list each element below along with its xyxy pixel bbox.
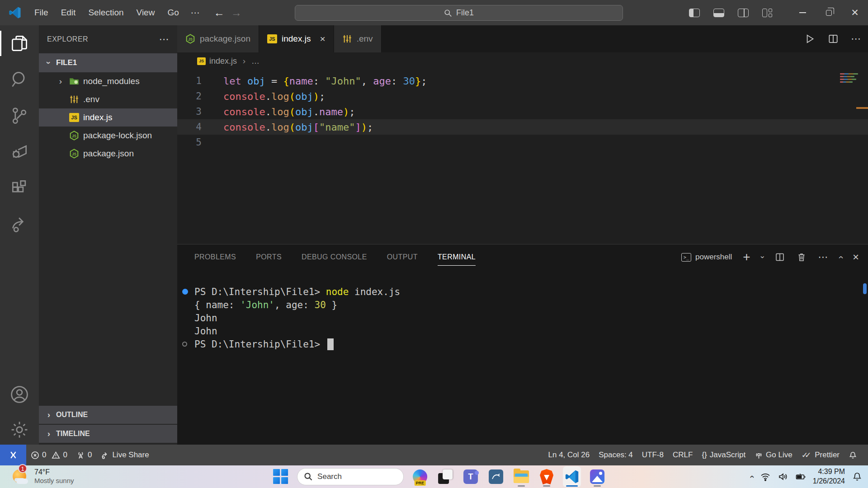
eol-status[interactable]: CRLF: [668, 450, 697, 460]
file-index.js[interactable]: JSindex.js: [39, 108, 177, 127]
terminal-line-5: PS D:\Intership\File1>: [177, 338, 868, 351]
activity-search-icon[interactable]: [0, 61, 39, 98]
nav-back-icon[interactable]: ←: [214, 6, 225, 19]
editor-pane: JSpackage.jsonJSindex.js×.env ⋯ JS index…: [177, 25, 868, 445]
code-line-5: 5: [177, 135, 868, 150]
nav-forward-icon[interactable]: →: [231, 6, 242, 19]
mysql-workbench-app[interactable]: [487, 466, 505, 487]
mysql-icon: [489, 469, 503, 484]
toggle-panel-icon[interactable]: [713, 9, 724, 17]
kill-terminal-trash-icon[interactable]: [796, 252, 807, 263]
tab-index.js[interactable]: JSindex.js×: [259, 25, 334, 52]
photos-app[interactable]: [588, 466, 606, 487]
remote-indicator[interactable]: [0, 445, 26, 465]
toggle-primary-sidebar-icon[interactable]: [689, 9, 700, 17]
maximize-panel-icon[interactable]: ›: [835, 256, 845, 259]
brave-app[interactable]: [538, 466, 556, 487]
close-panel-icon[interactable]: ×: [853, 251, 859, 263]
customize-layout-icon[interactable]: [762, 9, 772, 17]
copilot-app[interactable]: PRE: [411, 466, 429, 487]
prettier-status[interactable]: ✓✓ Prettier: [797, 450, 844, 460]
folder-root-file1[interactable]: › FILE1: [39, 53, 177, 72]
command-decoration-filled: [182, 289, 188, 295]
tray-time: 4:39 PM: [813, 467, 845, 477]
tab-package.json[interactable]: JSpackage.json: [177, 25, 259, 52]
svg-text:JS: JS: [72, 152, 77, 156]
start-button[interactable]: [272, 466, 290, 487]
indentation-status[interactable]: Spaces: 4: [594, 450, 637, 460]
menu-view[interactable]: View: [130, 5, 161, 20]
go-live-icon: [755, 451, 763, 460]
error-icon: [31, 451, 39, 460]
terminal-dropdown-icon[interactable]: ›: [758, 256, 767, 258]
activity-extensions-icon[interactable]: [0, 170, 39, 206]
panel-tab-output[interactable]: OUTPUT: [387, 244, 418, 270]
taskbar-search[interactable]: Search: [297, 468, 404, 485]
file-node_modules[interactable]: ›node_modules: [39, 72, 177, 90]
editor-more-actions-icon[interactable]: ⋯: [851, 33, 861, 45]
problems-status[interactable]: 0 0: [26, 445, 72, 465]
minimap[interactable]: [840, 73, 858, 84]
wifi-icon[interactable]: [760, 471, 771, 482]
weather-widget[interactable]: 1 74°F Mostly sunny: [12, 467, 74, 485]
menu-go[interactable]: Go: [161, 5, 185, 20]
menu-selection[interactable]: Selection: [82, 5, 130, 20]
breadcrumb[interactable]: JS index.js › …: [177, 52, 868, 70]
language-status[interactable]: {}JavaScript: [697, 450, 750, 460]
new-terminal-icon[interactable]: +: [743, 250, 750, 264]
run-file-icon[interactable]: [804, 33, 816, 45]
file-package-lock.json[interactable]: JSpackage-lock.json: [39, 127, 177, 145]
notification-bell-icon[interactable]: [852, 471, 863, 482]
menu-edit[interactable]: Edit: [55, 5, 82, 20]
toggle-secondary-sidebar-icon[interactable]: [738, 9, 749, 17]
close-tab-icon[interactable]: ×: [320, 33, 325, 44]
close-button[interactable]: ✕: [842, 0, 868, 25]
activity-run-debug-icon[interactable]: [0, 134, 39, 170]
activity-bar: [0, 25, 39, 445]
file-package.json[interactable]: JSpackage.json: [39, 145, 177, 163]
live-share-status[interactable]: Live Share: [96, 445, 153, 465]
go-live-status[interactable]: Go Live: [750, 450, 797, 460]
volume-icon[interactable]: [778, 471, 788, 482]
tab-.env[interactable]: .env: [334, 25, 382, 52]
activity-live-share-icon[interactable]: [0, 206, 39, 242]
file-.env[interactable]: .env: [39, 90, 177, 108]
code-editor[interactable]: 1let obj = {name: "John", age: 30};2cons…: [177, 70, 868, 150]
teams-app[interactable]: T: [462, 466, 480, 487]
battery-icon[interactable]: [795, 471, 806, 482]
accounts-icon[interactable]: [0, 379, 39, 415]
section-outline[interactable]: › OUTLINE: [39, 406, 177, 424]
activity-explorer-icon[interactable]: [0, 25, 39, 61]
panel-more-icon[interactable]: ⋯: [818, 251, 828, 263]
copilot-icon: PRE: [413, 469, 427, 484]
tray-overflow-icon[interactable]: ›: [747, 475, 757, 478]
split-terminal-icon[interactable]: [774, 252, 785, 263]
panel-tab-problems[interactable]: PROBLEMS: [194, 244, 236, 270]
port-broadcast-status[interactable]: 0: [72, 445, 96, 465]
terminal-instance[interactable]: >_ powershell: [681, 253, 732, 262]
split-editor-icon[interactable]: [827, 33, 839, 45]
minimize-button[interactable]: [789, 0, 816, 25]
menu-file[interactable]: File: [28, 5, 55, 20]
file-explorer-app[interactable]: [512, 466, 530, 487]
tray-clock[interactable]: 4:39 PM 1/26/2024: [813, 467, 845, 486]
more-menu-icon[interactable]: ⋯: [185, 5, 206, 21]
panel-tab-terminal[interactable]: TERMINAL: [438, 244, 476, 270]
command-center-search[interactable]: File1: [295, 5, 623, 21]
cursor-position-status[interactable]: Ln 4, Col 26: [544, 450, 594, 460]
explorer-more-icon[interactable]: ⋯: [159, 33, 170, 45]
panel-tab-debug-console[interactable]: DEBUG CONSOLE: [302, 244, 367, 270]
section-timeline[interactable]: › TIMELINE: [39, 425, 177, 443]
panel-tab-ports[interactable]: PORTS: [256, 244, 282, 270]
settings-gear-icon[interactable]: [0, 415, 39, 445]
weather-condition: Mostly sunny: [34, 477, 74, 484]
encoding-status[interactable]: UTF-8: [637, 450, 668, 460]
shade-app[interactable]: [436, 466, 454, 487]
activity-source-control-icon[interactable]: [0, 98, 39, 134]
restore-button[interactable]: [816, 0, 842, 25]
brave-icon: [540, 469, 553, 484]
terminal-output[interactable]: PS D:\Intership\File1> node index.js{ na…: [177, 270, 868, 351]
notifications-bell[interactable]: [844, 451, 862, 460]
vscode-app[interactable]: [563, 466, 581, 487]
chevron-right-icon: ›: [241, 56, 248, 66]
